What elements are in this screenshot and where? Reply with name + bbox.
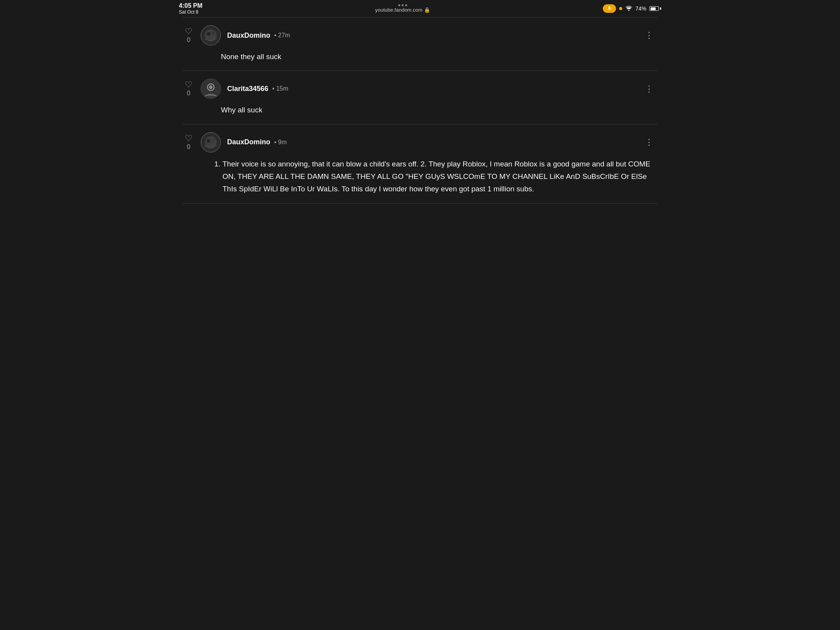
avatar-texture-inner-3 (201, 133, 220, 152)
more-options-button-3[interactable]: ⋮ (642, 137, 657, 147)
like-count-3: 0 (187, 144, 191, 150)
list-item-1: Their voice is so annoying, that it can … (222, 158, 657, 196)
comment-header-2: ♡ 0 Clarita34566 • (183, 79, 657, 99)
comment-author-3: DauxDomino • 9m (227, 138, 287, 146)
status-dots (398, 4, 407, 6)
comment-author-1: DauxDomino • 27m (227, 32, 290, 40)
more-options-button-2[interactable]: ⋮ (642, 84, 657, 94)
like-count-1: 0 (187, 37, 191, 44)
comment-item-1: ♡ 0 (183, 18, 657, 71)
svg-point-11 (206, 139, 210, 143)
bullet-separator-1: • (274, 32, 278, 38)
comment-item-2: ♡ 0 Clarita34566 • (183, 71, 657, 124)
svg-point-8 (209, 86, 213, 89)
svg-point-12 (212, 138, 215, 142)
avatar-svg-3 (201, 133, 220, 152)
comment-time-2: • 15m (272, 85, 288, 92)
dot-3 (405, 4, 407, 6)
avatar-svg-1 (201, 26, 220, 45)
battery-percentage: 74% (635, 5, 646, 12)
avatar-svg-2 (201, 79, 220, 98)
status-dot-indicator (619, 7, 622, 10)
status-left: 4:05 PM Sat Oct 8 (179, 2, 202, 15)
like-count-2: 0 (187, 90, 191, 97)
avatar-2 (201, 79, 221, 99)
wifi-icon (625, 5, 632, 12)
comment-time-3: • 9m (274, 139, 287, 146)
dot-1 (398, 4, 400, 6)
avatar-3 (201, 132, 221, 152)
comment-header-left-3: ♡ 0 (183, 132, 287, 152)
comment-meta-1: DauxDomino • 27m (227, 32, 290, 40)
comment-header-1: ♡ 0 (183, 25, 657, 46)
svg-point-0 (628, 10, 629, 11)
more-options-button-1[interactable]: ⋮ (642, 30, 657, 40)
lock-icon: 🔒 (424, 7, 430, 13)
comment-body-2: Why all suck (183, 104, 657, 116)
dot-2 (402, 4, 404, 6)
like-section-3[interactable]: ♡ 0 (183, 134, 194, 150)
comment-body-3: Their voice is so annoying, that it can … (183, 158, 657, 196)
numbered-list-3: Their voice is so annoying, that it can … (213, 158, 657, 196)
comment-item-3: ♡ 0 (183, 124, 657, 204)
battery-icon (649, 6, 661, 11)
comment-time-1: • 27m (274, 32, 290, 39)
comment-author-2: Clarita34566 • 15m (227, 85, 288, 93)
microphone-svg (607, 6, 612, 11)
comment-header-left-2: ♡ 0 Clarita34566 • (183, 79, 288, 99)
svg-point-3 (206, 32, 210, 36)
comment-header-3: ♡ 0 (183, 132, 657, 152)
status-center: youtube.fandom.com 🔒 (375, 4, 430, 13)
comment-meta-2: Clarita34566 • 15m (227, 85, 288, 93)
comment-header-left-1: ♡ 0 (183, 25, 290, 46)
status-right: 74% (603, 4, 661, 13)
status-bar: 4:05 PM Sat Oct 8 youtube.fandom.com 🔒 (171, 0, 669, 17)
comment-body-1: None they all suck (183, 51, 657, 63)
like-section-2[interactable]: ♡ 0 (183, 80, 194, 97)
status-date: Sat Oct 8 (179, 9, 198, 15)
avatar-texture-inner-1 (201, 26, 220, 45)
like-section-1[interactable]: ♡ 0 (183, 27, 194, 44)
heart-icon-2[interactable]: ♡ (185, 80, 192, 89)
avatar-1 (201, 25, 221, 46)
status-time: 4:05 PM (179, 2, 202, 9)
heart-icon-3[interactable]: ♡ (185, 134, 192, 143)
comment-meta-3: DauxDomino • 9m (227, 138, 287, 146)
svg-point-4 (212, 32, 215, 35)
heart-icon-1[interactable]: ♡ (185, 27, 192, 36)
bullet-separator-2: • (272, 85, 276, 92)
mic-icon[interactable] (603, 4, 616, 13)
bullet-separator-3: • (274, 139, 278, 145)
comments-container: ♡ 0 (171, 18, 669, 204)
status-url[interactable]: youtube.fandom.com 🔒 (375, 7, 430, 13)
